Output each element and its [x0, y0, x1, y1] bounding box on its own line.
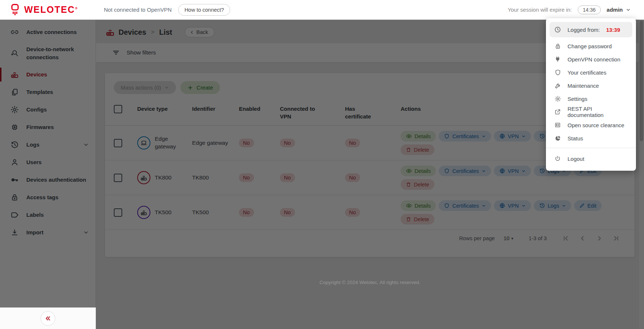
menu-item-maintenance[interactable]: Maintenance [546, 79, 636, 92]
chevron-down-icon [626, 7, 631, 12]
pie-chart-icon [554, 135, 561, 142]
menu-divider [546, 148, 636, 148]
external-link-icon [554, 109, 561, 115]
menu-item-status[interactable]: Status [546, 132, 636, 145]
shield-icon [554, 69, 561, 76]
menu-item-open-source-clearance[interactable]: Open source clearance [546, 118, 636, 132]
wrench-icon [554, 82, 561, 89]
brand-name: WELOTEC® [24, 4, 78, 15]
menu-item-openvpn-connection[interactable]: OpenVPN connection [546, 53, 636, 66]
menu-item-change-password[interactable]: Change password [546, 39, 636, 53]
double-chevron-left-icon [45, 315, 51, 322]
user-dropdown-menu: Logged from: 13:39 Change password OpenV… [546, 18, 636, 171]
welotec-logo-icon [10, 4, 20, 16]
sidebar-footer [0, 307, 96, 329]
power-icon [554, 155, 561, 162]
menu-item-logged-from: Logged from: 13:39 [550, 22, 632, 37]
how-to-connect-button[interactable]: How to connect? [178, 4, 230, 16]
vpn-status-text: Not connected to OpenVPN [104, 7, 172, 13]
newspaper-icon [554, 122, 561, 128]
session-timer-badge: 14:36 [578, 5, 601, 14]
menu-item-your-certificates[interactable]: Your certificates [546, 66, 636, 79]
menu-item-logout[interactable]: Logout [546, 151, 636, 166]
menu-item-rest-api-documentation[interactable]: REST API documentation [546, 105, 636, 118]
username: admin [607, 7, 623, 13]
lock-icon [554, 43, 561, 50]
top-header: WELOTEC® Not connected to OpenVPN How to… [0, 0, 644, 20]
gear-icon [554, 95, 561, 102]
menu-item-settings[interactable]: Settings [546, 92, 636, 105]
clock-icon [554, 26, 561, 33]
registered-mark: ® [75, 7, 78, 10]
logged-from-label: Logged from: [568, 27, 600, 33]
copyright-text: Copyright © 2024 Welotec. All rights res… [96, 280, 644, 285]
session-expiry-label: Your session will expire in: [508, 7, 572, 13]
brand-logo[interactable]: WELOTEC® [0, 4, 96, 16]
collapse-sidebar-button[interactable] [41, 311, 55, 326]
plug-icon [554, 56, 561, 63]
user-menu-button[interactable]: admin [607, 7, 631, 13]
logged-from-time: 13:39 [606, 27, 620, 33]
